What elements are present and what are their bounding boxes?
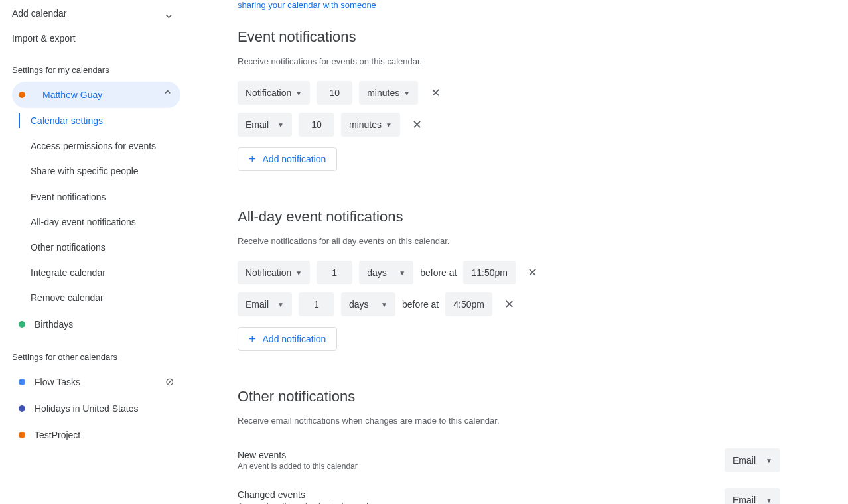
calendar-color-dot	[19, 405, 25, 412]
other-row-desc: An event is added to this calendar	[238, 462, 358, 471]
section-subtitle: Receive email notifications when changes…	[238, 416, 780, 426]
add-label: Add notification	[263, 154, 326, 164]
before-at-label: before at	[402, 299, 439, 310]
notification-row: Email ▼ 10 minutes ▼ ✕	[238, 113, 780, 137]
unit-value: days	[349, 299, 369, 310]
other-row-title: New events	[238, 450, 358, 460]
value-input[interactable]: 10	[299, 113, 334, 137]
calendar-subnav: Calendar settings Access permissions for…	[19, 108, 180, 311]
notification-row: Notification ▼ 10 minutes ▼ ✕	[238, 81, 780, 105]
method-select[interactable]: Email ▼	[238, 113, 292, 137]
calendar-name: Matthew Guay	[42, 90, 161, 100]
calendar-item-flow-tasks[interactable]: Flow Tasks ⊘	[12, 369, 180, 395]
method-value: Email	[246, 299, 269, 310]
other-method-select[interactable]: Email ▼	[725, 488, 780, 504]
section-title: All-day event notifications	[238, 208, 780, 225]
nav-label: Import & export	[12, 33, 76, 44]
section-header-other-calendars: Settings for other calendars	[12, 352, 180, 362]
dropdown-icon: ▼	[386, 121, 392, 129]
select-value: Email	[733, 455, 756, 466]
section-other-notifications: Other notifications Receive email notifi…	[238, 388, 780, 504]
calendar-color-dot	[19, 92, 25, 98]
chevron-up-icon: ⌄	[161, 88, 174, 101]
calendar-name: TestProject	[35, 430, 80, 440]
dropdown-icon: ▼	[381, 301, 388, 308]
subnav-access-permissions[interactable]: Access permissions for events	[31, 133, 180, 158]
calendar-color-dot	[19, 379, 25, 385]
dropdown-icon: ▼	[766, 457, 772, 464]
unit-select[interactable]: minutes ▼	[341, 113, 400, 137]
remove-notification-button[interactable]: ✕	[425, 82, 446, 103]
calendar-item-primary[interactable]: Matthew Guay ⌄	[12, 82, 180, 108]
nav-add-calendar[interactable]: Add calendar ⌄	[12, 0, 180, 27]
calendar-color-dot	[19, 321, 25, 328]
plus-icon: +	[249, 332, 256, 346]
subnav-share-people[interactable]: Share with specific people	[31, 158, 180, 184]
subnav-remove-calendar[interactable]: Remove calendar	[31, 285, 180, 310]
remove-notification-button[interactable]: ✕	[522, 262, 543, 283]
calendar-color-dot	[19, 432, 25, 438]
subnav-calendar-settings[interactable]: Calendar settings	[31, 108, 180, 133]
section-allday-notifications: All-day event notifications Receive noti…	[238, 208, 780, 351]
calendar-item-holidays-us[interactable]: Holidays in United States	[12, 395, 180, 422]
method-value: Email	[246, 119, 269, 130]
section-event-notifications: Event notifications Receive notification…	[238, 29, 780, 171]
remove-notification-button[interactable]: ✕	[499, 294, 520, 315]
nav-import-export[interactable]: Import & export	[12, 27, 180, 50]
add-notification-button[interactable]: + Add notification	[238, 147, 337, 171]
other-method-select[interactable]: Email ▼	[725, 448, 780, 472]
unit-value: minutes	[367, 88, 399, 98]
dropdown-icon: ▼	[766, 497, 772, 504]
calendar-item-birthdays[interactable]: Birthdays	[12, 311, 180, 338]
method-select[interactable]: Notification ▼	[238, 81, 310, 105]
subnav-other-notifications[interactable]: Other notifications	[31, 235, 180, 260]
time-select[interactable]: 11:50pm	[463, 261, 515, 284]
section-title: Other notifications	[238, 388, 780, 405]
time-select[interactable]: 4:50pm	[445, 292, 492, 316]
section-header-my-calendars: Settings for my calendars	[12, 65, 180, 75]
subnav-allday-notifications[interactable]: All-day event notifications	[31, 210, 180, 235]
calendar-name: Holidays in United States	[35, 403, 138, 414]
subnav-event-notifications[interactable]: Event notifications	[31, 184, 180, 210]
plus-icon: +	[249, 153, 256, 166]
settings-sidebar: Add calendar ⌄ Import & export Settings …	[0, 0, 186, 504]
section-subtitle: Receive notifications for events on this…	[238, 56, 780, 66]
method-select[interactable]: Email ▼	[238, 292, 292, 316]
calendar-name: Flow Tasks	[35, 377, 80, 387]
dropdown-icon: ▼	[277, 301, 284, 308]
settings-main: sharing your calendar with someone Event…	[186, 0, 796, 504]
section-subtitle: Receive notifications for all day events…	[238, 236, 780, 246]
unit-select[interactable]: minutes ▼	[359, 81, 418, 105]
section-title: Event notifications	[238, 29, 780, 46]
chevron-down-icon: ⌄	[162, 7, 175, 20]
notification-row: Notification ▼ 1 days ▼ before at 11:50p…	[238, 261, 780, 284]
other-row-desc: An event on this calendar is changed	[238, 501, 368, 504]
unit-value: days	[367, 267, 387, 278]
unit-select[interactable]: days ▼	[341, 292, 395, 316]
method-select[interactable]: Notification ▼	[238, 261, 310, 284]
unsubscribe-icon[interactable]: ⊘	[165, 375, 174, 388]
dropdown-icon: ▼	[277, 121, 284, 129]
select-value: Email	[733, 495, 756, 504]
dropdown-icon: ▼	[399, 269, 405, 277]
help-link[interactable]: sharing your calendar with someone	[238, 0, 780, 10]
dropdown-icon: ▼	[403, 90, 410, 97]
subnav-integrate-calendar[interactable]: Integrate calendar	[31, 260, 180, 285]
value-input[interactable]: 1	[317, 261, 352, 284]
nav-label: Add calendar	[12, 8, 162, 19]
other-notification-row: New events An event is added to this cal…	[238, 440, 780, 480]
method-value: Notification	[246, 267, 291, 278]
calendar-item-testproject[interactable]: TestProject	[12, 422, 180, 448]
method-value: Notification	[246, 88, 291, 98]
other-notification-row: Changed events An event on this calendar…	[238, 480, 780, 504]
remove-notification-button[interactable]: ✕	[407, 114, 428, 135]
calendar-name: Birthdays	[35, 319, 73, 330]
value-input[interactable]: 10	[317, 81, 352, 105]
value-input[interactable]: 1	[299, 292, 334, 316]
before-at-label: before at	[420, 267, 457, 278]
add-notification-button[interactable]: + Add notification	[238, 327, 337, 351]
notification-row: Email ▼ 1 days ▼ before at 4:50pm ✕	[238, 292, 780, 316]
unit-select[interactable]: days ▼	[359, 261, 413, 284]
other-row-title: Changed events	[238, 489, 368, 500]
dropdown-icon: ▼	[295, 269, 302, 277]
